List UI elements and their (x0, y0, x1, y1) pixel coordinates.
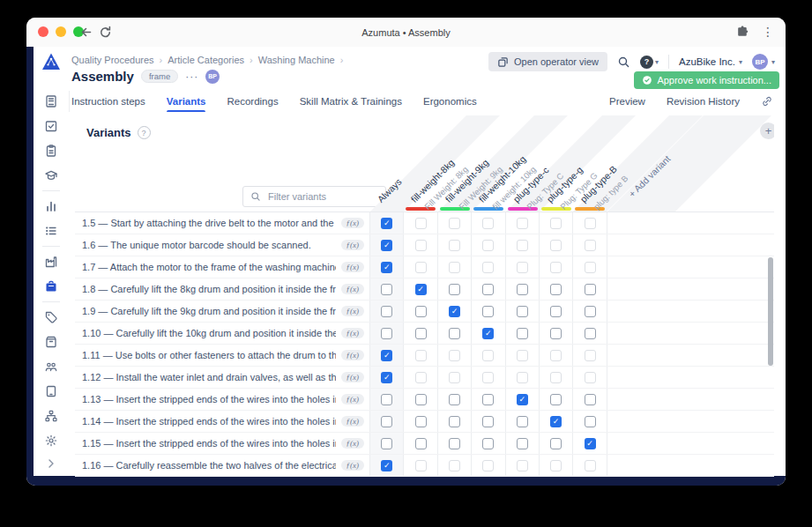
checkbox-unchecked[interactable] (381, 394, 392, 405)
assignee-avatar[interactable]: BP (205, 70, 220, 84)
checkbox-unchecked[interactable] (517, 328, 528, 339)
step-label-cell[interactable]: 1.5 — Start by attaching the drive belt … (75, 212, 370, 234)
sidebar-item-products[interactable] (39, 274, 63, 299)
checkbox-unchecked[interactable] (550, 306, 562, 317)
sidebar-item-trainings[interactable] (39, 163, 63, 188)
checkbox-unchecked[interactable] (585, 328, 596, 339)
step-label-cell[interactable]: 1.6 — The unique motor barcode should be… (75, 234, 370, 256)
checkbox-checked[interactable]: ✓ (550, 416, 562, 427)
approve-work-instruction-button[interactable]: Approve work instruction... (634, 71, 779, 89)
sidebar-item-factory[interactable] (39, 249, 63, 274)
checkbox-unchecked[interactable] (449, 394, 460, 405)
step-label-cell[interactable]: 1.11 — Use bolts or other fasteners to a… (75, 345, 370, 366)
breadcrumb-item[interactable]: Washing Machine (258, 55, 335, 65)
checkbox-checked[interactable]: ✓ (517, 394, 528, 405)
user-menu[interactable]: BP ▾ (752, 54, 775, 70)
checkbox-checked[interactable]: ✓ (381, 460, 392, 471)
sidebar-item-integrations[interactable] (39, 404, 63, 428)
checkbox-checked[interactable]: ✓ (381, 218, 392, 229)
checkbox-checked[interactable]: ✓ (381, 350, 392, 361)
more-options-icon[interactable]: ··· (185, 71, 198, 83)
step-label-cell[interactable]: 1.9 — Carefully lift the 9kg drum and po… (75, 301, 370, 322)
organization-menu[interactable]: AzuBike Inc. ▾ (679, 56, 742, 67)
step-label-cell[interactable]: 1.13 — Insert the stripped ends of the w… (75, 389, 370, 410)
checkbox-unchecked[interactable] (482, 284, 494, 295)
sidebar-item-audits[interactable] (39, 114, 63, 138)
checkbox-unchecked[interactable] (585, 284, 596, 295)
extensions-icon[interactable] (735, 25, 750, 40)
checkbox-unchecked[interactable] (550, 284, 562, 295)
checkbox-unchecked[interactable] (415, 306, 427, 317)
share-link-icon[interactable] (761, 95, 773, 108)
checkbox-unchecked[interactable] (517, 438, 528, 449)
checkbox-checked[interactable]: ✓ (449, 306, 460, 317)
sidebar-item-settings[interactable] (39, 428, 63, 453)
checkbox-unchecked[interactable] (381, 306, 392, 317)
checkbox-unchecked[interactable] (415, 416, 427, 427)
sidebar-item-action-lists[interactable] (39, 219, 63, 243)
step-label-cell[interactable]: 1.7 — Attach the motor to the frame of t… (75, 256, 370, 278)
checkbox-unchecked[interactable] (449, 416, 460, 427)
checkbox-unchecked[interactable] (517, 416, 528, 427)
checkbox-checked[interactable]: ✓ (381, 240, 392, 251)
step-label-cell[interactable]: 1.16 — Carefully reassemble the two halv… (75, 455, 370, 476)
checkbox-unchecked[interactable] (482, 394, 494, 405)
sidebar-item-checklists[interactable] (39, 138, 63, 163)
step-label-cell[interactable]: 1.15 — Insert the stripped ends of the w… (75, 433, 370, 454)
tab-preview[interactable]: Preview (609, 96, 645, 107)
help-menu[interactable]: ? ▾ (640, 56, 659, 69)
checkbox-unchecked[interactable] (415, 438, 427, 449)
sidebar-item-inventory[interactable] (39, 330, 63, 354)
sidebar-expand-icon[interactable] (44, 456, 58, 471)
checkbox-unchecked[interactable] (449, 284, 460, 295)
step-label-cell[interactable]: 1.12 — Install the water inlet and drain… (75, 367, 370, 388)
checkbox-unchecked[interactable] (381, 284, 392, 295)
sidebar-item-tags[interactable] (39, 305, 63, 330)
checkbox-unchecked[interactable] (585, 416, 596, 427)
azumuta-logo-icon[interactable] (41, 51, 62, 72)
checkbox-unchecked[interactable] (517, 284, 528, 295)
checkbox-unchecked[interactable] (381, 438, 392, 449)
breadcrumb-item[interactable]: Quality Procedures (71, 55, 154, 65)
checkbox-checked[interactable]: ✓ (381, 262, 392, 273)
tab-skill-matrix-trainings[interactable]: Skill Matrix & Trainings (300, 91, 402, 112)
checkbox-unchecked[interactable] (482, 438, 494, 449)
checkbox-unchecked[interactable] (415, 328, 427, 339)
checkbox-unchecked[interactable] (482, 306, 494, 317)
step-label-cell[interactable]: 1.10 — Carefully lift the 10kg drum and … (75, 323, 370, 344)
checkbox-unchecked[interactable] (517, 306, 528, 317)
checkbox-unchecked[interactable] (585, 394, 596, 405)
checkbox-unchecked[interactable] (449, 438, 460, 449)
checkbox-unchecked[interactable] (415, 394, 427, 405)
tab-ergonomics[interactable]: Ergonomics (423, 91, 477, 112)
sidebar-item-team[interactable] (39, 354, 63, 379)
browser-menu-icon[interactable]: ⋮ (762, 24, 774, 40)
checkbox-unchecked[interactable] (585, 306, 596, 317)
checkbox-unchecked[interactable] (550, 394, 562, 405)
tab-variants[interactable]: Variants (167, 91, 206, 112)
checkbox-checked[interactable]: ✓ (585, 438, 596, 449)
open-operator-view-button[interactable]: Open operator view (488, 52, 607, 71)
sidebar-item-work-instructions[interactable] (39, 89, 63, 114)
checkbox-checked[interactable]: ✓ (482, 328, 494, 339)
checkbox-unchecked[interactable] (381, 328, 392, 339)
sidebar-item-analytics[interactable] (39, 194, 63, 219)
checkbox-unchecked[interactable] (449, 328, 460, 339)
add-column-button[interactable]: + (760, 122, 774, 139)
sidebar-item-devices[interactable] (39, 379, 63, 404)
search-icon[interactable] (617, 56, 630, 69)
checkbox-unchecked[interactable] (550, 438, 562, 449)
checkbox-unchecked[interactable] (482, 416, 494, 427)
checkbox-checked[interactable]: ✓ (415, 284, 427, 295)
breadcrumb-item[interactable]: Article Categories (168, 55, 244, 65)
tab-instruction-steps[interactable]: Instruction steps (71, 91, 145, 112)
checkbox-unchecked[interactable] (381, 416, 392, 427)
step-label-cell[interactable]: 1.14 — Insert the stripped ends of the w… (75, 411, 370, 432)
checkbox-unchecked[interactable] (550, 328, 562, 339)
tab-revision-history[interactable]: Revision History (667, 96, 740, 107)
checkbox-checked[interactable]: ✓ (381, 372, 392, 383)
step-label-cell[interactable]: 1.8 — Carefully lift the 8kg drum and po… (75, 278, 370, 300)
tab-recordings[interactable]: Recordings (227, 91, 278, 112)
filter-variants-input[interactable] (266, 190, 378, 203)
vertical-scrollbar[interactable] (768, 257, 773, 366)
